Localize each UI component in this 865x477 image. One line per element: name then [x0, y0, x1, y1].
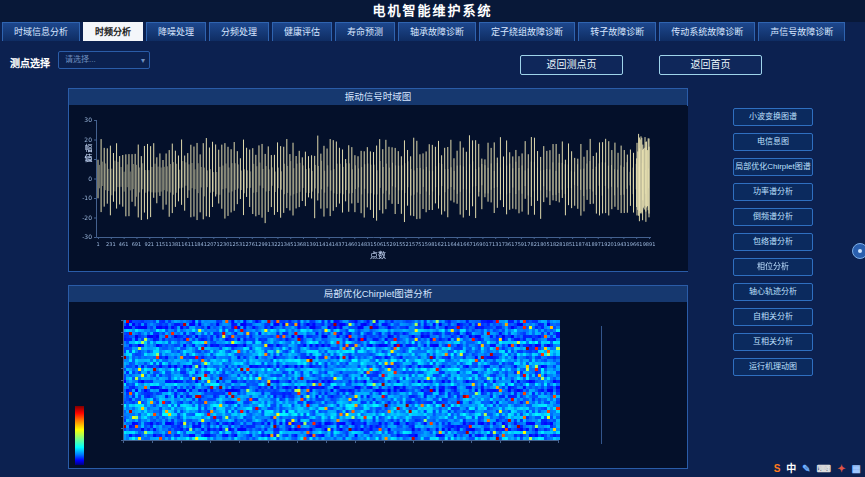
- sidebar-button-5[interactable]: 倒频谱分析: [733, 208, 813, 226]
- colorbar: [75, 406, 84, 465]
- tab-8[interactable]: 定子绕组故障诊断: [479, 22, 575, 41]
- sogou-logo-icon[interactable]: S: [774, 461, 781, 476]
- input-language-icon[interactable]: 中: [786, 461, 796, 476]
- system-tray: S中✎⌨✦▦: [774, 461, 861, 476]
- secondary-axis-line: [601, 326, 602, 444]
- tab-1[interactable]: 时域信息分析: [2, 22, 80, 41]
- tab-6[interactable]: 寿命预测: [335, 22, 395, 41]
- keyboard-icon[interactable]: ⌨: [817, 461, 831, 476]
- back-home-button[interactable]: 返回首页: [659, 55, 762, 75]
- tab-3[interactable]: 降噪处理: [146, 22, 206, 41]
- point-select-label: 测点选择: [10, 55, 50, 70]
- sidebar-button-11[interactable]: 运行机理动图: [733, 358, 813, 376]
- sidebar-button-10[interactable]: 互相关分析: [733, 333, 813, 351]
- sidebar-button-7[interactable]: 相位分析: [733, 258, 813, 276]
- sidebar-button-1[interactable]: 小波变换图谱: [733, 108, 813, 126]
- chirplet-panel: 局部优化Chirplet图谱分析: [68, 285, 688, 469]
- analysis-sidebar: 小波变换图谱电信息图局部优化Chirplet图谱功率谱分析倒频谱分析包络谱分析相…: [733, 108, 813, 376]
- floating-widget-button[interactable]: [852, 243, 865, 259]
- back-to-points-button[interactable]: 返回测点页: [520, 55, 623, 75]
- point-select-dropdown[interactable]: 请选择... ▾: [58, 51, 150, 69]
- tools-icon[interactable]: ✦: [837, 461, 845, 476]
- pen-icon[interactable]: ✎: [802, 461, 810, 476]
- tab-bar: 时域信息分析时频分析降噪处理分频处理健康评估寿命预测轴承故障诊断定子绕组故障诊断…: [2, 22, 845, 41]
- app-header: 电机智能维护系统: [0, 0, 865, 22]
- sidebar-button-3[interactable]: 局部优化Chirplet图谱: [733, 158, 813, 176]
- sidebar-button-9[interactable]: 自相关分析: [733, 308, 813, 326]
- tab-11[interactable]: 声信号故障诊断: [758, 22, 845, 41]
- tray-grid-icon[interactable]: ▦: [852, 461, 861, 476]
- time-domain-panel: 振动信号时域图 幅值 点数: [68, 88, 688, 272]
- tab-2[interactable]: 时频分析: [83, 22, 143, 41]
- sidebar-button-4[interactable]: 功率谱分析: [733, 183, 813, 201]
- time-domain-panel-title: 振动信号时域图: [69, 89, 687, 105]
- tab-10[interactable]: 传动系统故障诊断: [659, 22, 755, 41]
- chirplet-heatmap-canvas: [109, 316, 579, 456]
- time-domain-y-axis-label: 幅值: [82, 144, 93, 164]
- app-title: 电机智能维护系统: [0, 0, 865, 22]
- chevron-down-icon: ▾: [141, 53, 145, 69]
- tab-4[interactable]: 分频处理: [209, 22, 269, 41]
- tab-7[interactable]: 轴承故障诊断: [398, 22, 476, 41]
- tab-5[interactable]: 健康评估: [272, 22, 332, 41]
- sidebar-button-2[interactable]: 电信息图: [733, 133, 813, 151]
- sidebar-button-8[interactable]: 轴心轨迹分析: [733, 283, 813, 301]
- chirplet-panel-title: 局部优化Chirplet图谱分析: [69, 286, 687, 302]
- point-select-placeholder: 请选择...: [65, 55, 96, 64]
- time-domain-x-axis-label: 点数: [69, 249, 687, 260]
- sidebar-button-6[interactable]: 包络谱分析: [733, 233, 813, 251]
- time-domain-chart-canvas: [70, 106, 688, 271]
- tab-9[interactable]: 转子故障诊断: [578, 22, 656, 41]
